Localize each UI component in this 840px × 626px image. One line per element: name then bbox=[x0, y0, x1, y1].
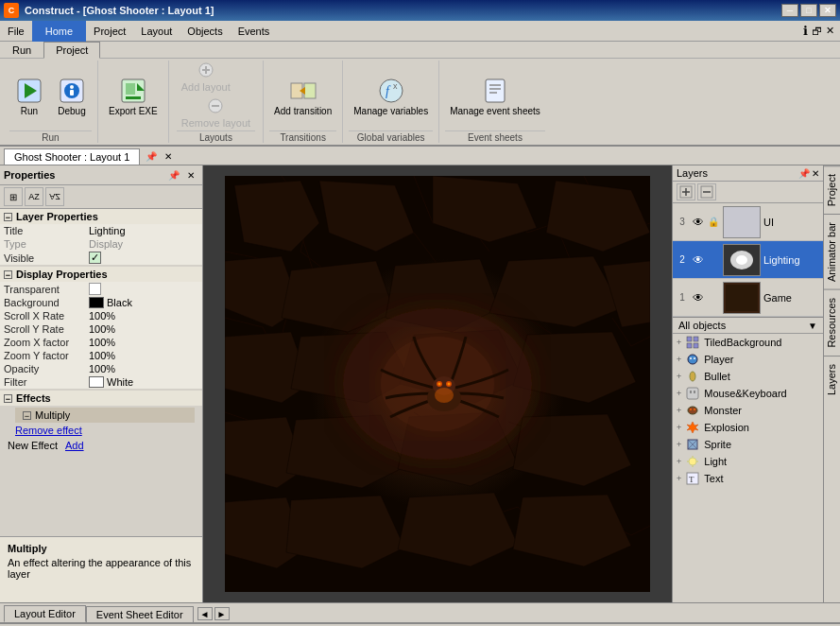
menu-project[interactable]: Project bbox=[86, 21, 133, 42]
close-doc-icon[interactable]: ✕ bbox=[826, 25, 834, 37]
layout-close-icon[interactable]: ✕ bbox=[161, 149, 176, 164]
sort-za-button[interactable]: AZ bbox=[45, 187, 64, 206]
layer-item-game[interactable]: 1 👁 Game bbox=[673, 279, 823, 317]
right-panel: Layers 📌 ✕ 3 👁 🔒 UI 2 bbox=[672, 165, 823, 602]
obj-item-player[interactable]: + Player bbox=[673, 351, 823, 368]
display-properties-group-header[interactable]: − Display Properties bbox=[0, 267, 202, 282]
obj-expand-bullet[interactable]: + bbox=[677, 372, 681, 381]
effects-group-toggle[interactable]: − bbox=[4, 394, 12, 403]
remove-layout-button[interactable]: Remove layout bbox=[177, 96, 255, 130]
tab-event-sheet-editor[interactable]: Event Sheet Editor bbox=[86, 606, 194, 622]
prop-value-opacity[interactable]: 100% bbox=[89, 363, 198, 374]
prop-value-scroll-x[interactable]: 100% bbox=[89, 310, 198, 322]
remove-effect-button[interactable]: Remove effect bbox=[15, 425, 82, 436]
layer-properties-group-header[interactable]: − Layer Properties bbox=[0, 209, 202, 224]
obj-name-sprite: Sprite bbox=[704, 439, 731, 450]
obj-expand-sprite[interactable]: + bbox=[677, 440, 681, 449]
layer-visibility-lighting[interactable]: 👁 bbox=[690, 253, 707, 267]
export-exe-button[interactable]: Export EXE bbox=[104, 73, 163, 119]
vtab-animator[interactable]: Animator bar bbox=[824, 214, 840, 289]
tab-layout-editor[interactable]: Layout Editor bbox=[4, 605, 86, 622]
manage-variables-button[interactable]: fx Manage variables bbox=[349, 73, 433, 119]
obj-item-mouse[interactable]: + Mouse&Keyboard bbox=[673, 385, 823, 402]
obj-expand-text[interactable]: + bbox=[677, 474, 681, 483]
layer-visibility-ui[interactable]: 👁 bbox=[690, 216, 707, 229]
background-color-swatch[interactable] bbox=[89, 297, 104, 308]
obj-expand-light[interactable]: + bbox=[677, 457, 681, 466]
sort-category-button[interactable]: ⊞ bbox=[4, 187, 23, 206]
menu-file[interactable]: File bbox=[0, 21, 32, 42]
menu-objects[interactable]: Objects bbox=[180, 21, 230, 42]
properties-close-button[interactable]: ✕ bbox=[183, 167, 198, 183]
display-group-toggle[interactable]: − bbox=[4, 270, 12, 279]
remove-layer-button[interactable] bbox=[697, 183, 716, 200]
prop-value-scroll-y[interactable]: 100% bbox=[89, 323, 198, 335]
obj-expand-player[interactable]: + bbox=[677, 355, 681, 364]
ribbon-tab-run[interactable]: Run bbox=[0, 42, 43, 58]
obj-item-text[interactable]: + T Text bbox=[673, 470, 823, 487]
obj-item-tiledbg[interactable]: + TiledBackground bbox=[673, 334, 823, 351]
minimize-button[interactable]: ─ bbox=[781, 4, 798, 17]
multiply-effect-header[interactable]: − Multiply bbox=[15, 408, 195, 423]
maximize-button[interactable]: □ bbox=[800, 4, 817, 17]
layer-item-ui[interactable]: 3 👁 🔒 UI bbox=[673, 203, 823, 241]
vtab-project[interactable]: Project bbox=[824, 165, 840, 214]
obj-expand-monster[interactable]: + bbox=[677, 406, 681, 415]
prop-value-zoom-x[interactable]: 100% bbox=[89, 337, 198, 348]
menu-events[interactable]: Events bbox=[231, 21, 278, 42]
properties-pin-button[interactable]: 📌 bbox=[166, 167, 181, 183]
layer-item-lighting[interactable]: 2 👁 Lighting bbox=[673, 241, 823, 279]
add-layer-button[interactable] bbox=[677, 183, 695, 200]
filter-color-swatch[interactable] bbox=[89, 376, 104, 388]
run-button[interactable]: Run bbox=[9, 73, 49, 119]
obj-item-sprite[interactable]: + Sprite bbox=[673, 436, 823, 453]
visible-checkbox[interactable]: ✓ bbox=[89, 252, 101, 264]
prop-value-background[interactable]: Black bbox=[89, 297, 198, 308]
background-color-label: Black bbox=[107, 297, 132, 308]
layer-thumb-ui bbox=[723, 206, 761, 238]
close-button[interactable]: ✕ bbox=[819, 4, 836, 17]
layer-group-toggle[interactable]: − bbox=[4, 213, 12, 221]
layer-lock-ui[interactable]: 🔒 bbox=[707, 217, 720, 227]
vtab-resources[interactable]: Resources bbox=[824, 289, 840, 356]
obj-expand-mouse[interactable]: + bbox=[677, 389, 681, 398]
prop-value-title[interactable]: Lighting bbox=[89, 225, 198, 236]
add-transition-button[interactable]: Add transition bbox=[269, 73, 336, 119]
prop-row-type: Type Display bbox=[0, 237, 202, 251]
tab-nav-left[interactable]: ◄ bbox=[197, 607, 213, 620]
obj-item-explosion[interactable]: + Explosion bbox=[673, 419, 823, 436]
prop-value-zoom-y[interactable]: 100% bbox=[89, 350, 198, 361]
effects-group-header[interactable]: − Effects bbox=[0, 391, 202, 406]
ribbon-tab-layout[interactable] bbox=[100, 42, 125, 58]
layout-pin-icon[interactable]: 📌 bbox=[142, 149, 161, 164]
prop-value-filter[interactable]: White bbox=[89, 376, 198, 388]
obj-expand-explosion[interactable]: + bbox=[677, 423, 681, 432]
obj-item-monster[interactable]: + Monster bbox=[673, 402, 823, 419]
add-effect-button[interactable]: Add bbox=[65, 440, 84, 451]
tab-nav-right[interactable]: ► bbox=[214, 607, 230, 620]
properties-content: − Layer Properties Title Lighting Type D… bbox=[0, 209, 202, 536]
restore-icon[interactable]: 🗗 bbox=[812, 26, 822, 37]
all-objects-dropdown[interactable]: ▼ bbox=[808, 321, 817, 331]
vtab-layers[interactable]: Layers bbox=[824, 356, 840, 403]
menu-layout[interactable]: Layout bbox=[133, 21, 180, 42]
help-icon[interactable]: ℹ bbox=[803, 24, 808, 38]
debug-button[interactable]: Debug bbox=[52, 73, 92, 119]
layout-tab-ghostshooter[interactable]: Ghost Shooter : Layout 1 bbox=[4, 148, 140, 165]
transparent-checkbox[interactable] bbox=[89, 283, 101, 295]
obj-icon-player bbox=[685, 352, 700, 367]
obj-expand-tiledbg[interactable]: + bbox=[677, 338, 681, 347]
obj-item-light[interactable]: + Light bbox=[673, 453, 823, 470]
manage-eventsheets-button[interactable]: Manage event sheets bbox=[445, 73, 545, 119]
canvas-area[interactable] bbox=[203, 165, 672, 602]
layer-visibility-game[interactable]: 👁 bbox=[690, 291, 707, 304]
menu-home[interactable]: Home bbox=[32, 21, 86, 42]
layers-pin-button[interactable]: 📌 bbox=[798, 168, 810, 179]
layer-thumb-lighting bbox=[723, 244, 761, 276]
multiply-toggle[interactable]: − bbox=[23, 411, 31, 420]
add-layout-button[interactable]: Add layout bbox=[177, 61, 235, 95]
layers-close-button[interactable]: ✕ bbox=[812, 168, 819, 179]
obj-item-bullet[interactable]: + Bullet bbox=[673, 368, 823, 385]
sort-az-button[interactable]: AZ bbox=[25, 187, 43, 206]
ribbon-tab-project[interactable]: Project bbox=[43, 42, 100, 59]
